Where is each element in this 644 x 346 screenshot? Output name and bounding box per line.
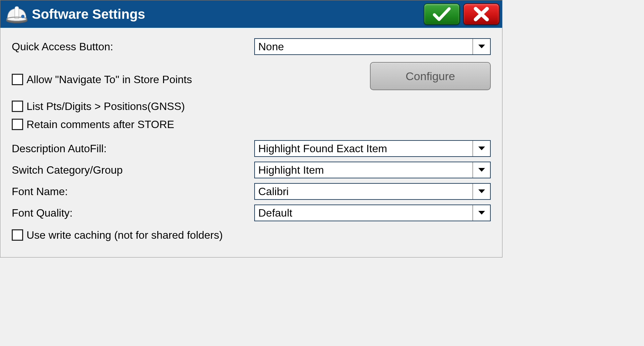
settings-panel: Software Settings Quick Access Button: N… [0, 0, 502, 257]
font-name-row: Font Name: Calibri [12, 182, 491, 201]
svg-point-2 [21, 15, 24, 18]
font-quality-label: Font Quality: [12, 207, 253, 219]
settings-content: Quick Access Button: None Allow "Navigat… [0, 28, 502, 257]
allow-navigate-label: Allow "Navigate To" in Store Points [26, 73, 192, 86]
quick-access-row: Quick Access Button: None [12, 37, 491, 56]
description-autofill-label: Description AutoFill: [12, 142, 253, 155]
hardhat-icon [3, 2, 31, 26]
cancel-button[interactable] [463, 3, 499, 25]
allow-navigate-checkbox[interactable] [12, 74, 23, 85]
description-autofill-value: Highlight Found Exact Item [255, 142, 473, 155]
quick-access-label: Quick Access Button: [12, 41, 253, 53]
allow-navigate-checkbox-row[interactable]: Allow "Navigate To" in Store Points [12, 71, 253, 88]
list-pts-checkbox-row[interactable]: List Pts/Digits > Positions(GNSS) [12, 98, 491, 114]
chevron-down-icon [473, 39, 490, 54]
titlebar: Software Settings [0, 0, 502, 28]
chevron-down-icon [473, 162, 490, 178]
chevron-down-icon [473, 184, 490, 199]
list-pts-label: List Pts/Digits > Positions(GNSS) [26, 100, 185, 113]
chevron-down-icon [473, 141, 490, 156]
write-cache-label: Use write caching (not for shared folder… [26, 229, 223, 241]
font-quality-value: Default [255, 207, 473, 219]
retain-comments-label: Retain comments after STORE [26, 118, 174, 131]
write-cache-checkbox-row[interactable]: Use write caching (not for shared folder… [12, 227, 491, 243]
font-quality-dropdown[interactable]: Default [254, 205, 491, 221]
configure-button[interactable]: Configure [370, 62, 491, 90]
switch-category-value: Highlight Item [255, 164, 473, 176]
font-name-dropdown[interactable]: Calibri [254, 183, 491, 200]
font-quality-row: Font Quality: Default [12, 204, 491, 222]
navigate-config-row: Allow "Navigate To" in Store Points Conf… [12, 62, 491, 90]
description-autofill-dropdown[interactable]: Highlight Found Exact Item [254, 140, 491, 157]
retain-comments-checkbox-row[interactable]: Retain comments after STORE [12, 116, 491, 132]
switch-category-dropdown[interactable]: Highlight Item [254, 162, 491, 178]
quick-access-value: None [255, 41, 473, 53]
chevron-down-icon [473, 205, 490, 221]
switch-category-label: Switch Category/Group [12, 164, 253, 176]
close-icon [473, 7, 490, 21]
check-icon [432, 7, 451, 21]
retain-comments-checkbox[interactable] [12, 119, 23, 130]
description-autofill-row: Description AutoFill: Highlight Found Ex… [12, 139, 491, 158]
quick-access-dropdown[interactable]: None [254, 38, 491, 55]
ok-button[interactable] [424, 3, 460, 25]
write-cache-checkbox[interactable] [12, 229, 23, 241]
font-name-value: Calibri [255, 185, 473, 198]
switch-category-row: Switch Category/Group Highlight Item [12, 161, 491, 179]
page-title: Software Settings [32, 7, 420, 22]
font-name-label: Font Name: [12, 185, 253, 198]
list-pts-checkbox[interactable] [12, 101, 23, 112]
